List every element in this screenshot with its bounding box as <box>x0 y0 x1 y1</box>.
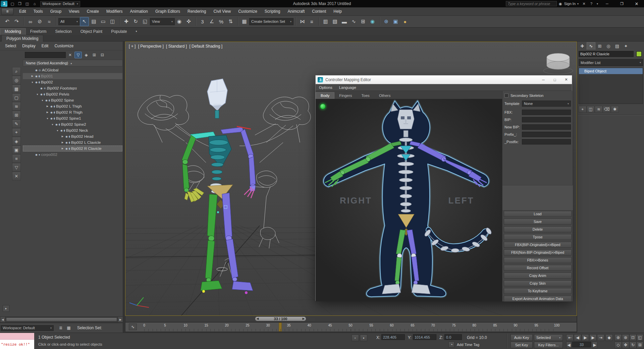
sxp-tool-find-icon[interactable]: ⌕ <box>12 67 21 76</box>
tree-item-spine1[interactable]: ▼◉⧫Bip002 Spine1 <box>23 115 122 121</box>
expander-icon[interactable]: ▼ <box>30 81 35 83</box>
dialog-menu-language[interactable]: Language <box>336 85 360 90</box>
fbx-field[interactable] <box>522 110 571 115</box>
set-key-button[interactable]: Set Key <box>511 342 533 348</box>
ribbon-tab-freeform[interactable]: Freeform <box>26 28 51 35</box>
visibility-eye-icon[interactable]: ◉ <box>50 117 53 120</box>
sxp-tool-containers-icon[interactable]: ✕ <box>12 172 21 180</box>
save-file-icon[interactable]: ◫ <box>23 0 31 7</box>
time-slider-handle[interactable]: ◀ 33 / 100 ▶ <box>255 316 306 321</box>
sxp-tool-helpers-icon[interactable]: ⌖ <box>12 128 21 137</box>
exchange-apps-icon[interactable]: ✕ <box>580 0 588 7</box>
tree-item-corpo002[interactable]: ◉●corpo002 <box>23 152 122 158</box>
maxscript-listener[interactable]: "resize ok!!" <box>0 340 34 349</box>
expander-icon[interactable]: ▶ <box>60 147 65 150</box>
previous-frame-icon[interactable]: ◀ <box>257 317 259 320</box>
menu-modifiers[interactable]: Modifiers <box>103 7 126 15</box>
visibility-eye-icon[interactable]: ◉ <box>45 99 48 102</box>
next-frame-icon[interactable]: ▶ <box>589 334 597 341</box>
tab-body[interactable]: Body <box>316 92 334 99</box>
select-and-move-icon[interactable]: ✚ <box>122 17 131 26</box>
record-offset-button[interactable]: Record Offset <box>504 265 572 271</box>
open-file-icon[interactable]: ❒ <box>16 0 23 7</box>
sxp-tool-display-icon[interactable]: ◎ <box>12 76 21 84</box>
visibility-eye-icon[interactable]: ◉ <box>35 153 38 156</box>
tree-item-bip002[interactable]: ▼◉⧫Bip002 <box>23 79 122 85</box>
expander-icon[interactable]: ▶ <box>60 135 65 138</box>
ribbon-tab-modeling[interactable]: Modeling <box>0 28 26 35</box>
select-and-link-icon[interactable]: ∞ <box>26 17 35 26</box>
scroll-right-icon[interactable]: ▶ <box>118 317 123 322</box>
z-coordinate-field[interactable] <box>444 334 462 340</box>
ribbon-overflow-chevron-icon[interactable]: ▾ <box>131 29 142 35</box>
expander-icon[interactable]: ▼ <box>50 123 55 126</box>
export-animcraft-animation-button[interactable]: Export Animcraft Animation Data <box>504 296 572 302</box>
x-coordinate-field[interactable] <box>381 334 405 340</box>
select-and-manipulate-icon[interactable]: ✜ <box>184 17 193 26</box>
edit-named-selection-sets-icon[interactable]: ▦ <box>240 17 249 26</box>
schematic-view-icon[interactable]: ⊞ <box>359 17 368 26</box>
motion-tab-icon[interactable]: ◎ <box>604 42 613 50</box>
menu-scripting[interactable]: Scripting <box>261 7 284 15</box>
time-slider[interactable]: ◀ 33 / 100 ▶ <box>125 316 577 322</box>
rendered-frame-window-icon[interactable]: ▣ <box>391 17 400 26</box>
sxp-menu-customize[interactable]: Customize <box>51 44 76 48</box>
key-selection-dropdown[interactable]: Selected ▾ <box>534 334 563 341</box>
curve-editor-icon[interactable]: ∿ <box>349 17 358 26</box>
toggle-layer-explorer-icon[interactable]: ▧ <box>330 17 339 26</box>
sxp-tool-bones-icon[interactable]: ▽ <box>12 163 21 172</box>
sxp-tool-cameras-icon[interactable]: ✎ <box>12 119 21 128</box>
close-button[interactable]: ✕ <box>629 0 644 7</box>
menu-animcraft[interactable]: Animcraft <box>284 7 309 15</box>
tree-item-footsteps[interactable]: ◉≋Bip002 Footsteps <box>23 85 122 91</box>
expander-icon[interactable]: ▼ <box>35 93 40 96</box>
secondary-skeleton-checkbox[interactable] <box>504 94 508 98</box>
select-object-icon[interactable]: ↖ <box>80 17 89 26</box>
tab-toes[interactable]: Toes <box>357 93 374 99</box>
tpose-button[interactable]: Tpose <box>504 234 572 240</box>
visibility-eye-icon[interactable]: ◉ <box>40 93 43 96</box>
tree-item-r-clavicle[interactable]: ▶◉⧫Bip002 R Clavicle <box>23 146 122 152</box>
sxp-tool-groups-icon[interactable]: ▣ <box>12 146 21 154</box>
zoom-icon[interactable]: ⊕ <box>614 334 622 341</box>
key-mode-toggle-icon[interactable]: ◆ <box>605 334 613 341</box>
sxp-menu-select[interactable]: Select <box>2 44 19 48</box>
menu-edit[interactable]: Edit <box>15 7 30 15</box>
scroll-left-icon[interactable]: ◀ <box>0 317 5 322</box>
menu-content[interactable]: Content <box>308 7 330 15</box>
frame-increment-icon[interactable]: ▶ <box>592 342 597 348</box>
tree-item-acglobal[interactable]: ◉◎ACGlobal <box>23 67 122 73</box>
dialog-minimize-icon[interactable]: ─ <box>538 75 549 84</box>
use-pivot-center-icon[interactable]: ◉ <box>175 17 184 26</box>
lock-icon[interactable]: ◈ <box>83 52 90 58</box>
percent-snap-icon[interactable]: % <box>217 17 226 26</box>
dialog-title-bar[interactable]: 3 Controller Mapping Editor ─ □ ✕ <box>316 75 572 84</box>
isolate-selection-toggle-icon[interactable]: ▫ <box>352 335 359 341</box>
window-crossing-icon[interactable]: ◫ <box>108 17 117 26</box>
menu-animation[interactable]: Animation <box>126 7 152 15</box>
tree-item-bip001[interactable]: ▶◉⧫Bip001 <box>23 73 122 79</box>
layout-grid-icon[interactable]: ▦ <box>65 325 72 331</box>
spinner-snap-icon[interactable]: ⇅ <box>226 17 235 26</box>
tree-item-head[interactable]: ▶◉⧫Bip002 Head <box>23 133 122 139</box>
modifier-list-dropdown[interactable]: Modifier List ▾ <box>579 59 643 66</box>
postfix-field[interactable] <box>522 139 571 144</box>
menu-customize[interactable]: Customize <box>234 7 261 15</box>
polygon-modeling-panel-tab[interactable]: Polygon Modeling <box>1 35 43 42</box>
ribbon-tab-object-paint[interactable]: Object Paint <box>76 28 107 35</box>
expander-icon[interactable]: ▼ <box>55 129 60 132</box>
modify-tab-icon[interactable]: ∿ <box>587 42 595 50</box>
sign-in-chevron-icon[interactable]: ▾ <box>576 0 580 7</box>
panel-expand-button[interactable]: ▸ <box>3 305 9 312</box>
menu-views[interactable]: Views <box>65 7 83 15</box>
orbit-icon[interactable]: ↻ <box>629 342 637 348</box>
prefix-field[interactable] <box>522 132 571 137</box>
play-animation-icon[interactable]: ▶ <box>582 334 589 341</box>
fbx-non-bip-originated-button[interactable]: FBX(Non-BIP-Originated)>>Biped <box>504 249 572 255</box>
new-scene-icon[interactable]: ▢ <box>9 0 16 7</box>
visibility-eye-icon[interactable]: ◉ <box>65 147 68 150</box>
material-editor-icon[interactable]: ◉ <box>368 17 377 26</box>
viewport-menu-renderer[interactable]: [ Standard ] <box>166 44 187 49</box>
selection-lock-toggle-icon[interactable]: ▪ <box>360 335 367 341</box>
tree-item-pelvis[interactable]: ▼◉⧫Bip002 Pelvis <box>23 91 122 97</box>
